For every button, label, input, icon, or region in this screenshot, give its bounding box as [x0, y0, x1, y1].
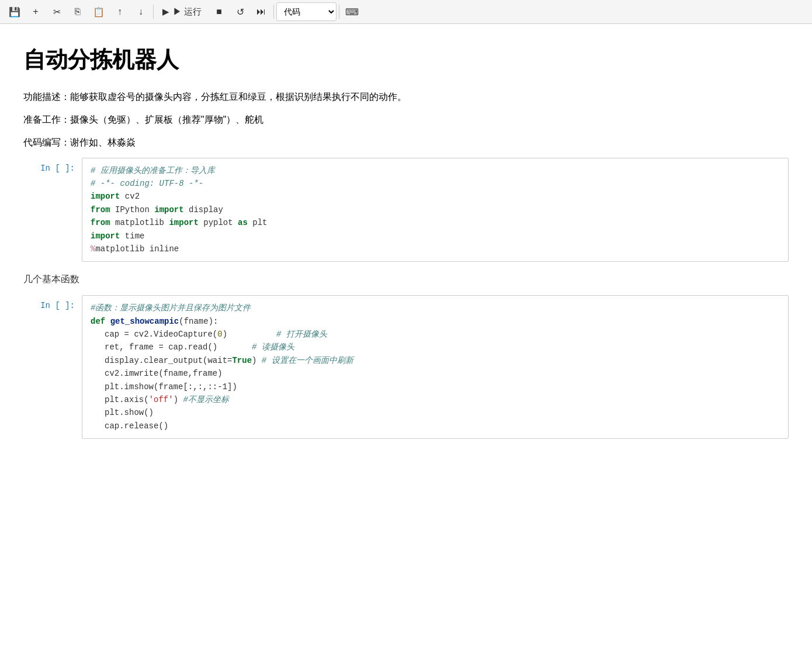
cell-2: In [ ]: #函数：显示摄像头图片并且保存为图片文件 def get_sho…	[23, 295, 789, 439]
notebook-title: 自动分拣机器人	[23, 45, 789, 75]
run-button[interactable]: ▶ ▶ 运行	[156, 2, 208, 21]
fast-forward-button[interactable]: ⏭	[251, 2, 271, 21]
move-down-button[interactable]: ↓	[131, 2, 151, 21]
code2-line-2: def get_showcampic(fname):	[91, 315, 780, 328]
keyboard-button[interactable]: ⌨	[342, 2, 362, 21]
add-cell-button[interactable]: +	[26, 2, 46, 21]
cut-button[interactable]: ✂	[47, 2, 67, 21]
copy-button[interactable]: ⎘	[68, 2, 88, 21]
code-line-4: from IPython import display	[91, 203, 780, 216]
code2-line-7: plt.imshow(frame[:,:,::-1])	[91, 380, 780, 393]
cell-2-code[interactable]: #函数：显示摄像头图片并且保存为图片文件 def get_showcampic(…	[82, 295, 789, 439]
cell-2-prompt: In [ ]:	[23, 295, 82, 310]
code2-line-1: #函数：显示摄像头图片并且保存为图片文件	[91, 302, 780, 314]
code-line-5: from matplotlib import pyplot as plt	[91, 216, 780, 229]
code2-line-8: plt.axis('off') #不显示坐标	[91, 393, 780, 406]
code-line-2: # -*- coding: UTF-8 -*-	[91, 177, 780, 190]
code2-line-5: display.clear_output(wait=True) # 设置在一个画…	[91, 354, 780, 367]
run-icon: ▶	[162, 6, 169, 17]
code2-line-4: ret, frame = cap.read() # 读摄像头	[91, 341, 780, 354]
code-line-7: %matplotlib inline	[91, 243, 780, 255]
run-label: ▶ 运行	[173, 6, 202, 18]
cell-1: In [ ]: # 应用摄像头的准备工作：导入库 # -*- coding: U…	[23, 158, 789, 262]
restart-button[interactable]: ↺	[230, 2, 250, 21]
code-line-1: # 应用摄像头的准备工作：导入库	[91, 164, 780, 177]
cell-type-select[interactable]: 代码 Markdown Raw	[276, 2, 336, 21]
separator-3	[339, 5, 339, 19]
main-content: 自动分拣机器人 功能描述：能够获取虚谷号的摄像头内容，分拣红豆和绿豆，根据识别结…	[0, 24, 812, 468]
paste-button[interactable]: 📋	[89, 2, 109, 21]
toolbar: 💾 + ✂ ⎘ 📋 ↑ ↓ ▶ ▶ 运行 ■ ↺ ⏭ 代码 Markdown R…	[0, 0, 812, 24]
code2-line-9: plt.show()	[91, 406, 780, 419]
separator-1	[153, 5, 154, 19]
desc-3: 代码编写：谢作如、林淼焱	[23, 134, 789, 150]
cell-1-prompt: In [ ]:	[23, 158, 82, 173]
code2-line-10: cap.release()	[91, 420, 780, 432]
stop-button[interactable]: ■	[209, 2, 229, 21]
separator-2	[273, 5, 274, 19]
code2-line-6: cv2.imwrite(fname,frame)	[91, 367, 780, 380]
cell-1-code[interactable]: # 应用摄像头的准备工作：导入库 # -*- coding: UTF-8 -*-…	[82, 158, 789, 262]
section-1-label: 几个基本函数	[23, 273, 789, 286]
desc-2: 准备工作：摄像头（免驱）、扩展板（推荐"厚物"）、舵机	[23, 112, 789, 127]
code-line-3: import cv2	[91, 190, 780, 203]
code2-line-3: cap = cv2.VideoCapture(0) # 打开摄像头	[91, 328, 780, 341]
save-button[interactable]: 💾	[5, 2, 25, 21]
code-line-6: import time	[91, 230, 780, 243]
desc-1: 功能描述：能够获取虚谷号的摄像头内容，分拣红豆和绿豆，根据识别结果执行不同的动作…	[23, 89, 789, 105]
move-up-button[interactable]: ↑	[110, 2, 130, 21]
